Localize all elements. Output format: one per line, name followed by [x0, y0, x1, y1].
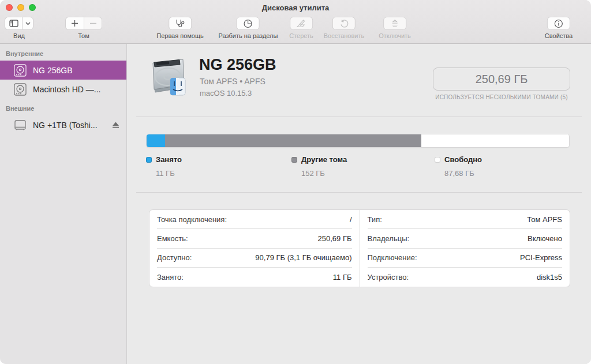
- volume-subtitle: Том APFS • APFS: [200, 77, 265, 86]
- detail-row-connection: Подключение: PCI-Express: [368, 249, 563, 268]
- restore-label: Восстановить: [324, 32, 364, 39]
- detail-row-mount-point: Точка подключения: /: [157, 210, 352, 229]
- eject-icon[interactable]: [112, 121, 119, 129]
- view-label: Вид: [13, 32, 25, 39]
- window-title: Дисковая утилита: [0, 3, 591, 12]
- title-bar: Дисковая утилита: [0, 0, 591, 15]
- bar-segment-free: [421, 134, 569, 147]
- erase-button[interactable]: [290, 17, 313, 30]
- sidebar-item-macintosh-hd[interactable]: Macintosh HD —...: [0, 80, 126, 99]
- bar-segment-used: [147, 134, 165, 147]
- info-icon: [554, 19, 563, 28]
- restore-button[interactable]: [332, 17, 356, 30]
- first-aid-button[interactable]: [169, 17, 192, 30]
- capacity-box: 250,69 ГБ: [433, 67, 570, 91]
- minus-icon: [89, 20, 97, 27]
- erase-label: Стереть: [289, 32, 313, 39]
- unmount-label: Отключить: [379, 32, 411, 39]
- sidebar-item-label: NG +1TB (Toshi...: [33, 121, 98, 130]
- sidebar: Внутренние NG 256GB Macintosh HD —...: [0, 44, 127, 364]
- sidebar-section-external: Внешние: [0, 99, 126, 115]
- first-aid-label: Первая помощь: [156, 32, 204, 39]
- legend-value: 152 ГБ: [301, 169, 347, 178]
- disk-utility-window: Дисковая утилита: [0, 0, 591, 364]
- details-column-right: Тип: Том APFS Владельцы: Включено Подклю…: [360, 210, 570, 287]
- sidebar-item-ng-256gb[interactable]: NG 256GB: [0, 61, 126, 80]
- storage-usage-bar: [146, 134, 570, 148]
- sidebar-section-internal: Внутренние: [0, 44, 126, 61]
- detail-row-type: Тип: Том APFS: [368, 210, 563, 229]
- sidebar-view-icon: [9, 20, 18, 27]
- info-label: Свойства: [545, 32, 573, 39]
- legend-label: Занято: [156, 155, 182, 164]
- chevron-down-icon: [25, 22, 31, 25]
- legend-value: 11 ГБ: [156, 169, 182, 178]
- undo-arrow-icon: [339, 19, 349, 28]
- stethoscope-icon: [175, 19, 185, 28]
- capacity-note: ИСПОЛЬЗУЕТСЯ НЕСКОЛЬКИМИ ТОМАМИ (5): [427, 94, 576, 100]
- add-volume-button[interactable]: [65, 17, 84, 30]
- detail-row-device: Устройство: disk1s5: [368, 268, 563, 287]
- detail-row-owners: Владельцы: Включено: [368, 229, 563, 248]
- legend-label: Другие тома: [301, 155, 347, 164]
- legend-item-used: Занято 11 ГБ: [146, 155, 182, 178]
- legend-label: Свободно: [444, 155, 482, 164]
- detail-row-capacity: Емкость: 250,69 ГБ: [157, 229, 352, 248]
- pie-chart-icon: [244, 19, 253, 28]
- main-panel: NG 256GB Том APFS • APFS macOS 10.15.3 2…: [127, 44, 591, 364]
- legend-item-free: Свободно 87,68 ГБ: [435, 155, 482, 178]
- info-button[interactable]: [547, 17, 570, 30]
- legend-swatch-free: [435, 157, 440, 163]
- sidebar-item-ng-1tb[interactable]: NG +1TB (Toshi...: [0, 115, 126, 134]
- bar-segment-other-volumes: [165, 134, 421, 147]
- view-button[interactable]: [5, 17, 22, 30]
- volume-os-version: macOS 10.15.3: [200, 89, 252, 97]
- legend-value: 87,68 ГБ: [444, 169, 482, 178]
- sidebar-item-label: NG 256GB: [33, 66, 72, 75]
- internal-disk-icon: [13, 82, 28, 97]
- hard-drive-icon: [147, 55, 189, 97]
- details-column-left: Точка подключения: / Емкость: 250,69 ГБ …: [149, 210, 360, 287]
- unmount-button[interactable]: [383, 17, 406, 30]
- internal-disk-icon: [13, 63, 28, 78]
- partition-label: Разбить на разделы: [219, 32, 278, 39]
- details-card: Точка подключения: / Емкость: 250,69 ГБ …: [149, 209, 570, 287]
- unmount-eject-icon: [391, 19, 399, 28]
- volume-label: Том: [78, 32, 89, 39]
- separator: [136, 192, 582, 193]
- volume-title: NG 256GB: [199, 56, 276, 74]
- detail-row-available: Доступно: 90,79 ГБ (3,1 ГБ очищаемо): [157, 249, 352, 268]
- erase-icon: [297, 19, 306, 28]
- partition-button[interactable]: [237, 17, 260, 30]
- external-disk-icon: [13, 118, 28, 133]
- legend-swatch-other: [291, 157, 297, 163]
- remove-volume-button[interactable]: [84, 17, 102, 30]
- legend-swatch-used: [146, 157, 152, 163]
- detail-row-used: Занято: 11 ГБ: [157, 268, 352, 287]
- plus-icon: [71, 20, 78, 27]
- sidebar-item-label: Macintosh HD —...: [33, 85, 100, 94]
- toolbar: Дисковая утилита: [0, 0, 591, 44]
- legend-item-other: Другие тома 152 ГБ: [291, 155, 347, 178]
- view-dropdown-button[interactable]: [22, 17, 33, 30]
- separator: [136, 117, 582, 117]
